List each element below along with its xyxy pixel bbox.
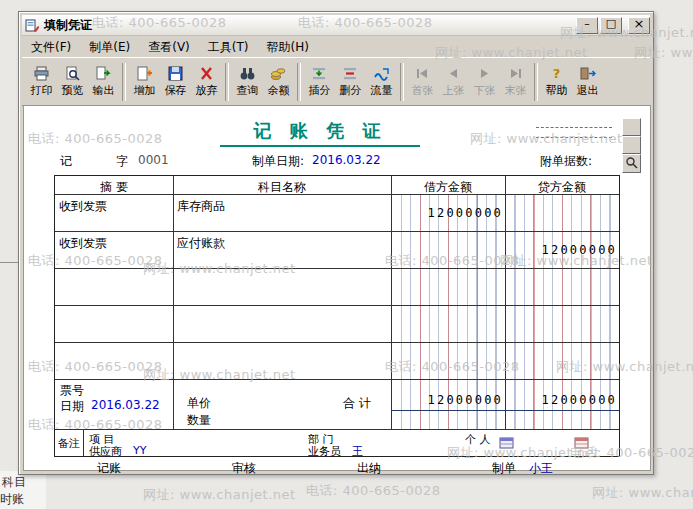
titlebar: 填制凭证 – □ ×: [22, 15, 650, 36]
grid-line: [55, 231, 619, 232]
help-button[interactable]: ? 帮助: [541, 60, 572, 104]
watermark-text: 网址: www.chanjet.net: [592, 484, 693, 502]
add-button[interactable]: 增加: [129, 60, 160, 104]
maker-value: 小王: [529, 460, 553, 477]
side-panel-button-2[interactable]: [622, 136, 641, 154]
mini-doc-icon-2[interactable]: [574, 437, 589, 449]
attachment-lookup-button[interactable]: [622, 154, 641, 173]
discard-button[interactable]: 放弃: [191, 60, 222, 104]
toolbar-separator: [122, 63, 126, 101]
toolbar-button-label: 保存: [165, 85, 187, 97]
printer-icon: [33, 66, 50, 84]
background-fragment: 科目: [2, 474, 26, 491]
side-panel-button-1[interactable]: [622, 118, 641, 136]
preview-button[interactable]: 预览: [57, 60, 88, 104]
voucher-table: 摘 要 科目名称 借方金额 贷方金额 收到发票 库存商品 12000000 收到…: [54, 175, 620, 457]
delete-entry-icon: [342, 66, 359, 84]
credit-cell-row2[interactable]: 12000000: [506, 243, 619, 257]
debit-cell-row1[interactable]: 12000000: [392, 206, 505, 220]
toolbar-button-label: 插分: [309, 85, 331, 97]
save-icon: [167, 66, 184, 84]
summary-cell-row1[interactable]: 收到发票: [59, 198, 107, 215]
grid-line: [55, 342, 619, 343]
toolbar-separator: [225, 63, 229, 101]
column-header-summary: 摘 要: [55, 179, 173, 196]
balance-button[interactable]: 余额: [263, 60, 294, 104]
menu-item-voucher[interactable]: 制单(E): [80, 37, 139, 58]
make-date-label: 制单日期:: [252, 153, 304, 170]
menu-bar: 文件(F) 制单(E) 查看(V) 工具(T) 帮助(H): [22, 37, 650, 58]
debit-total: 12000000: [392, 393, 505, 411]
question-mark-icon: ?: [548, 66, 565, 84]
screenshot-root: 科目 时账 填制凭证 – □ × 文件(F) 制单(E) 查看(V) 工具(T)…: [0, 0, 693, 509]
date-label: 日期: [60, 398, 84, 415]
watermark-text: 网址: www.chanjet.net: [143, 486, 296, 504]
first-page-icon: [414, 66, 431, 84]
discard-icon: [198, 66, 215, 84]
column-header-account: 科目名称: [173, 179, 391, 196]
toolbar-button-label: 末张: [505, 85, 527, 97]
prev-voucher-button[interactable]: 上张: [438, 60, 469, 104]
print-button[interactable]: 打印: [26, 60, 57, 104]
menu-item-file[interactable]: 文件(F): [22, 37, 80, 58]
exit-button[interactable]: 退出: [572, 60, 603, 104]
menu-item-help[interactable]: 帮助(H): [258, 37, 318, 58]
grid-line: [83, 429, 84, 456]
toolbar-button-label: 删分: [340, 85, 362, 97]
toolbar: 打印 预览 输出 增加 保存 放弃: [22, 57, 650, 106]
maximize-button[interactable]: □: [600, 17, 622, 34]
account-cell-row2[interactable]: 应付账款: [177, 235, 225, 252]
first-voucher-button[interactable]: 首张: [407, 60, 438, 104]
voucher-number[interactable]: 0001: [138, 153, 169, 167]
add-icon: [136, 66, 153, 84]
coins-icon: [270, 66, 287, 84]
toolbar-button-label: 输出: [93, 85, 115, 97]
menu-item-tools[interactable]: 工具(T): [199, 37, 258, 58]
voucher-window: 填制凭证 – □ × 文件(F) 制单(E) 查看(V) 工具(T) 帮助(H)…: [18, 11, 654, 475]
toolbar-button-label: 帮助: [546, 85, 568, 97]
toolbar-button-label: 退出: [577, 85, 599, 97]
voucher-word-suffix: 字: [116, 153, 128, 170]
salesman-label: 业务员: [308, 444, 341, 459]
toolbar-button-label: 下张: [474, 85, 496, 97]
grid-line: [55, 379, 619, 380]
delete-entry-button[interactable]: 删分: [335, 60, 366, 104]
summary-cell-row2[interactable]: 收到发票: [59, 235, 107, 252]
quantity-label: 数量: [187, 412, 211, 429]
make-date-value[interactable]: 2016.03.22: [312, 153, 381, 167]
remark-label: 备注: [55, 436, 83, 451]
attachments-count-label: 附单据数:: [540, 153, 592, 170]
toolbar-separator: [400, 63, 404, 101]
toolbar-button-label: 增加: [134, 85, 156, 97]
toolbar-button-label: 放弃: [196, 85, 218, 97]
voucher-type-dash-line: [536, 137, 612, 138]
toolbar-button-label: 打印: [31, 85, 53, 97]
credit-total: 12000000: [506, 393, 619, 411]
last-voucher-button[interactable]: 末张: [500, 60, 531, 104]
grid-line: [505, 176, 506, 429]
menu-item-view[interactable]: 查看(V): [139, 37, 199, 58]
grid-line: [55, 268, 619, 269]
mini-doc-icon-1[interactable]: [499, 437, 514, 449]
unit-price-label: 单价: [187, 395, 211, 412]
query-button[interactable]: 查询: [232, 60, 263, 104]
supplier-value: YY: [133, 444, 146, 457]
date-value: 2016.03.22: [91, 398, 160, 412]
next-voucher-button[interactable]: 下张: [469, 60, 500, 104]
cashier-label: 出纳: [357, 460, 381, 477]
toolbar-button-label: 首张: [412, 85, 434, 97]
maker-label: 制单: [492, 460, 516, 477]
save-button[interactable]: 保存: [160, 60, 191, 104]
export-icon: [95, 66, 112, 84]
insert-entry-button[interactable]: 插分: [304, 60, 335, 104]
minimize-button[interactable]: –: [576, 17, 598, 34]
account-cell-row1[interactable]: 库存商品: [177, 198, 225, 215]
svg-text:?: ?: [553, 66, 561, 81]
binoculars-icon: [239, 66, 256, 84]
close-button[interactable]: ×: [628, 17, 650, 34]
export-button[interactable]: 输出: [88, 60, 119, 104]
cashflow-button[interactable]: 流量: [366, 60, 397, 104]
background-fragment: 时账: [0, 491, 24, 508]
toolbar-button-label: 预览: [62, 85, 84, 97]
prev-page-icon: [445, 66, 462, 84]
